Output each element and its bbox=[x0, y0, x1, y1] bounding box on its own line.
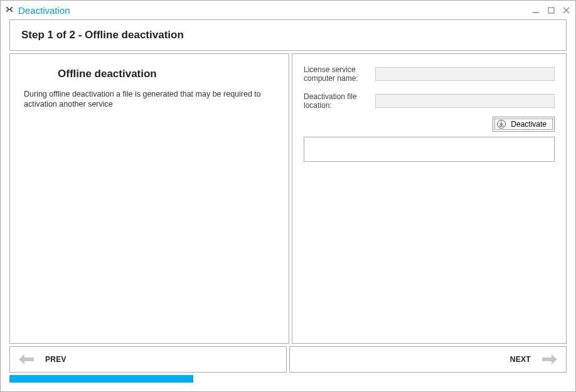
deactivate-icon bbox=[497, 120, 506, 129]
minimize-button[interactable] bbox=[531, 6, 540, 14]
nav-row: PREV NEXT bbox=[9, 346, 567, 373]
app-icon bbox=[4, 5, 14, 15]
content: Step 1 of 2 - Offline deactivation Offli… bbox=[9, 19, 567, 383]
deactivate-row: Deactivate bbox=[304, 117, 555, 132]
left-pane: Offline deactivation During offline deac… bbox=[9, 53, 289, 344]
progress-bar bbox=[9, 375, 567, 383]
log-box bbox=[304, 137, 555, 162]
window-title: Deactivation bbox=[18, 5, 70, 16]
arrow-left-icon bbox=[19, 354, 34, 365]
prev-button[interactable]: PREV bbox=[9, 346, 287, 373]
next-label: NEXT bbox=[510, 355, 531, 364]
deactivate-label: Deactivate bbox=[511, 120, 547, 129]
license-label: License service computer name: bbox=[304, 65, 369, 83]
svg-rect-1 bbox=[548, 8, 554, 13]
arrow-right-icon bbox=[542, 354, 557, 365]
progress-fill bbox=[9, 375, 193, 383]
right-pane: License service computer name: Deactivat… bbox=[292, 53, 567, 344]
maximize-button[interactable] bbox=[547, 6, 555, 14]
prev-label: PREV bbox=[45, 355, 67, 364]
step-header: Step 1 of 2 - Offline deactivation bbox=[9, 19, 567, 51]
section-title: Offline deactivation bbox=[58, 68, 275, 80]
window-controls bbox=[531, 6, 570, 14]
section-text: During offline deactivation a file is ge… bbox=[24, 89, 275, 110]
deactivation-file-input[interactable] bbox=[375, 94, 555, 108]
deactivate-button[interactable]: Deactivate bbox=[493, 117, 555, 132]
location-label: Deactivation file location: bbox=[304, 92, 369, 110]
window: Deactivation Step 1 of 2 - Offline deact… bbox=[0, 0, 576, 392]
close-button[interactable] bbox=[562, 6, 570, 14]
license-service-input[interactable] bbox=[375, 67, 555, 81]
location-row: Deactivation file location: bbox=[304, 92, 555, 110]
license-row: License service computer name: bbox=[304, 65, 555, 83]
panes: Offline deactivation During offline deac… bbox=[9, 53, 567, 344]
titlebar-left: Deactivation bbox=[4, 5, 70, 16]
next-button[interactable]: NEXT bbox=[289, 346, 567, 373]
titlebar: Deactivation bbox=[1, 1, 575, 19]
